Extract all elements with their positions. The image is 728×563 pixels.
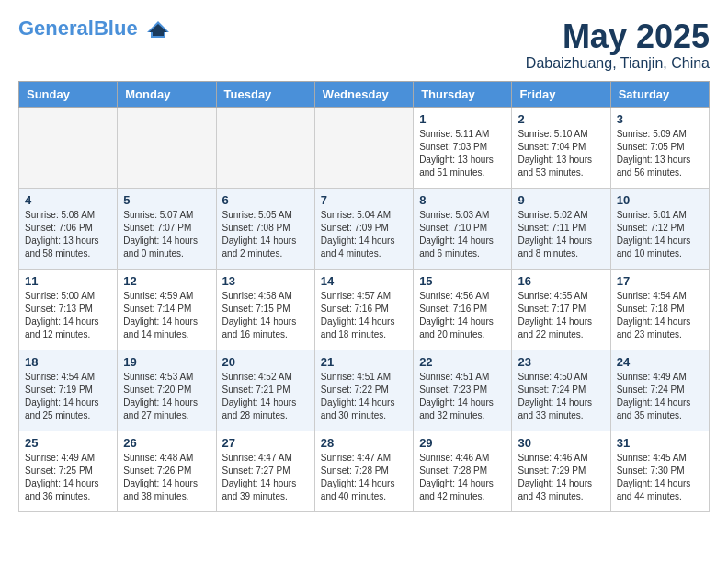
day-number: 16 [518, 274, 604, 288]
day-number: 3 [617, 112, 703, 126]
calendar-cell: 23Sunrise: 4:50 AM Sunset: 7:24 PM Dayli… [512, 350, 610, 431]
day-number: 10 [617, 193, 703, 207]
cell-info: Sunrise: 4:57 AM Sunset: 7:16 PM Dayligh… [321, 290, 407, 341]
calendar-cell [118, 107, 216, 188]
calendar-cell: 5Sunrise: 5:07 AM Sunset: 7:07 PM Daylig… [118, 188, 216, 269]
calendar-cell [19, 107, 118, 188]
day-number: 26 [123, 436, 210, 450]
calendar-cell: 16Sunrise: 4:55 AM Sunset: 7:17 PM Dayli… [512, 269, 610, 350]
calendar-cell: 21Sunrise: 4:51 AM Sunset: 7:22 PM Dayli… [314, 350, 413, 431]
cell-info: Sunrise: 4:47 AM Sunset: 7:28 PM Dayligh… [321, 452, 407, 503]
cell-info: Sunrise: 4:46 AM Sunset: 7:29 PM Dayligh… [518, 452, 604, 503]
calendar-cell: 7Sunrise: 5:04 AM Sunset: 7:09 PM Daylig… [314, 188, 413, 269]
day-number: 19 [123, 355, 210, 369]
day-number: 18 [25, 355, 111, 369]
location-title: Dabaizhuang, Tianjin, China [526, 55, 710, 72]
page-header: GeneralBlue May 2025 Dabaizhuang, Tianji… [18, 18, 710, 72]
calendar-cell: 26Sunrise: 4:48 AM Sunset: 7:26 PM Dayli… [118, 431, 216, 511]
cell-info: Sunrise: 5:03 AM Sunset: 7:10 PM Dayligh… [419, 209, 506, 260]
cell-info: Sunrise: 4:51 AM Sunset: 7:23 PM Dayligh… [419, 371, 506, 422]
calendar-cell: 20Sunrise: 4:52 AM Sunset: 7:21 PM Dayli… [216, 350, 314, 431]
day-number: 5 [123, 193, 210, 207]
calendar-cell: 22Sunrise: 4:51 AM Sunset: 7:23 PM Dayli… [414, 350, 512, 431]
cell-info: Sunrise: 4:59 AM Sunset: 7:14 PM Dayligh… [123, 290, 210, 341]
cell-info: Sunrise: 5:10 AM Sunset: 7:04 PM Dayligh… [518, 128, 604, 179]
day-number: 30 [518, 436, 604, 450]
day-number: 15 [419, 274, 506, 288]
calendar-cell: 4Sunrise: 5:08 AM Sunset: 7:06 PM Daylig… [19, 188, 118, 269]
calendar-cell: 31Sunrise: 4:45 AM Sunset: 7:30 PM Dayli… [610, 431, 709, 511]
calendar-cell: 30Sunrise: 4:46 AM Sunset: 7:29 PM Dayli… [512, 431, 610, 511]
calendar-week-1: 1Sunrise: 5:11 AM Sunset: 7:03 PM Daylig… [19, 107, 710, 188]
col-sunday: Sunday [19, 81, 118, 107]
day-number: 24 [617, 355, 703, 369]
cell-info: Sunrise: 4:47 AM Sunset: 7:27 PM Dayligh… [222, 452, 309, 503]
cell-info: Sunrise: 4:55 AM Sunset: 7:17 PM Dayligh… [518, 290, 604, 341]
cell-info: Sunrise: 4:49 AM Sunset: 7:25 PM Dayligh… [25, 452, 111, 503]
day-number: 14 [321, 274, 407, 288]
calendar-cell [216, 107, 314, 188]
calendar-week-3: 11Sunrise: 5:00 AM Sunset: 7:13 PM Dayli… [19, 269, 710, 350]
calendar-week-5: 25Sunrise: 4:49 AM Sunset: 7:25 PM Dayli… [19, 431, 710, 511]
calendar-cell: 9Sunrise: 5:02 AM Sunset: 7:11 PM Daylig… [512, 188, 610, 269]
day-number: 31 [617, 436, 703, 450]
calendar-cell: 12Sunrise: 4:59 AM Sunset: 7:14 PM Dayli… [118, 269, 216, 350]
col-friday: Friday [512, 81, 610, 107]
cell-info: Sunrise: 5:07 AM Sunset: 7:07 PM Dayligh… [123, 209, 210, 260]
calendar-cell: 1Sunrise: 5:11 AM Sunset: 7:03 PM Daylig… [414, 107, 512, 188]
logo: GeneralBlue [18, 18, 171, 40]
col-saturday: Saturday [610, 81, 709, 107]
calendar-cell: 19Sunrise: 4:53 AM Sunset: 7:20 PM Dayli… [118, 350, 216, 431]
calendar-cell: 24Sunrise: 4:49 AM Sunset: 7:24 PM Dayli… [610, 350, 709, 431]
day-number: 23 [518, 355, 604, 369]
calendar-cell: 29Sunrise: 4:46 AM Sunset: 7:28 PM Dayli… [414, 431, 512, 511]
logo-general: General [18, 17, 94, 40]
calendar-cell: 27Sunrise: 4:47 AM Sunset: 7:27 PM Dayli… [216, 431, 314, 511]
cell-info: Sunrise: 5:02 AM Sunset: 7:11 PM Dayligh… [518, 209, 604, 260]
calendar-cell: 13Sunrise: 4:58 AM Sunset: 7:15 PM Dayli… [216, 269, 314, 350]
day-number: 20 [222, 355, 309, 369]
col-monday: Monday [118, 81, 216, 107]
calendar-cell: 10Sunrise: 5:01 AM Sunset: 7:12 PM Dayli… [610, 188, 709, 269]
day-number: 21 [321, 355, 407, 369]
header-row: Sunday Monday Tuesday Wednesday Thursday… [19, 81, 710, 107]
logo-text: GeneralBlue [18, 18, 171, 40]
day-number: 17 [617, 274, 703, 288]
calendar-cell: 18Sunrise: 4:54 AM Sunset: 7:19 PM Dayli… [19, 350, 118, 431]
day-number: 25 [25, 436, 111, 450]
cell-info: Sunrise: 4:54 AM Sunset: 7:19 PM Dayligh… [25, 371, 111, 422]
calendar-cell: 14Sunrise: 4:57 AM Sunset: 7:16 PM Dayli… [314, 269, 413, 350]
day-number: 4 [25, 193, 111, 207]
col-thursday: Thursday [414, 81, 512, 107]
cell-info: Sunrise: 4:52 AM Sunset: 7:21 PM Dayligh… [222, 371, 309, 422]
day-number: 13 [222, 274, 309, 288]
cell-info: Sunrise: 4:53 AM Sunset: 7:20 PM Dayligh… [123, 371, 210, 422]
calendar-cell: 28Sunrise: 4:47 AM Sunset: 7:28 PM Dayli… [314, 431, 413, 511]
day-number: 6 [222, 193, 309, 207]
day-number: 2 [518, 112, 604, 126]
day-number: 9 [518, 193, 604, 207]
calendar-week-4: 18Sunrise: 4:54 AM Sunset: 7:19 PM Dayli… [19, 350, 710, 431]
calendar-week-2: 4Sunrise: 5:08 AM Sunset: 7:06 PM Daylig… [19, 188, 710, 269]
day-number: 12 [123, 274, 210, 288]
day-number: 8 [419, 193, 506, 207]
cell-info: Sunrise: 4:50 AM Sunset: 7:24 PM Dayligh… [518, 371, 604, 422]
cell-info: Sunrise: 4:46 AM Sunset: 7:28 PM Dayligh… [419, 452, 506, 503]
cell-info: Sunrise: 5:04 AM Sunset: 7:09 PM Dayligh… [321, 209, 407, 260]
calendar-cell: 15Sunrise: 4:56 AM Sunset: 7:16 PM Dayli… [414, 269, 512, 350]
calendar-cell: 11Sunrise: 5:00 AM Sunset: 7:13 PM Dayli… [19, 269, 118, 350]
day-number: 29 [419, 436, 506, 450]
cell-info: Sunrise: 5:08 AM Sunset: 7:06 PM Dayligh… [25, 209, 111, 260]
cell-info: Sunrise: 4:56 AM Sunset: 7:16 PM Dayligh… [419, 290, 506, 341]
day-number: 27 [222, 436, 309, 450]
cell-info: Sunrise: 4:54 AM Sunset: 7:18 PM Dayligh… [617, 290, 703, 341]
calendar-table: Sunday Monday Tuesday Wednesday Thursday… [18, 81, 710, 512]
calendar-cell: 6Sunrise: 5:05 AM Sunset: 7:08 PM Daylig… [216, 188, 314, 269]
calendar-cell: 3Sunrise: 5:09 AM Sunset: 7:05 PM Daylig… [610, 107, 709, 188]
cell-info: Sunrise: 5:11 AM Sunset: 7:03 PM Dayligh… [419, 128, 506, 179]
calendar-cell: 17Sunrise: 4:54 AM Sunset: 7:18 PM Dayli… [610, 269, 709, 350]
cell-info: Sunrise: 5:00 AM Sunset: 7:13 PM Dayligh… [25, 290, 111, 341]
logo-icon [145, 19, 171, 40]
cell-info: Sunrise: 5:09 AM Sunset: 7:05 PM Dayligh… [617, 128, 703, 179]
calendar-cell: 2Sunrise: 5:10 AM Sunset: 7:04 PM Daylig… [512, 107, 610, 188]
